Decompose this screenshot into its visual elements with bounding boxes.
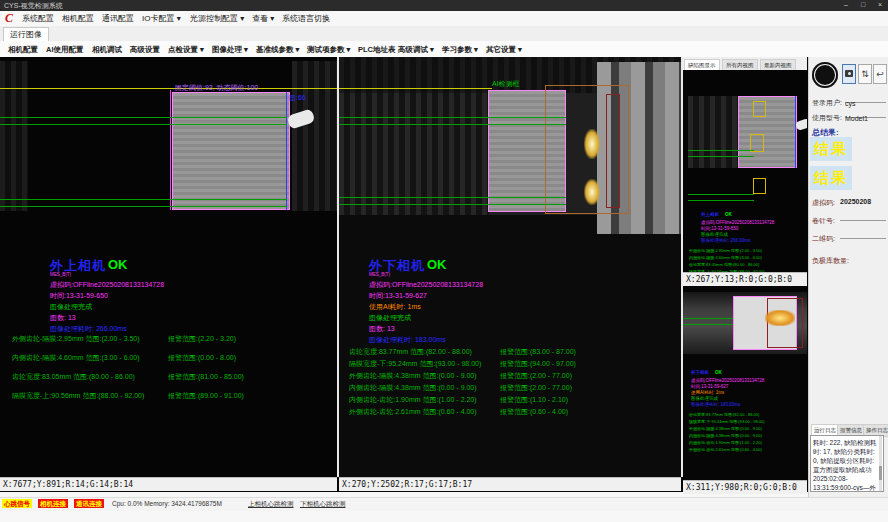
- tool-spotcheck-set[interactable]: 点检设置 ▾: [168, 44, 204, 55]
- model-value: Model1: [845, 115, 868, 122]
- tool-baseline-params[interactable]: 基准线参数 ▾: [256, 44, 299, 55]
- menu-light-config[interactable]: 光源控制配置 ▾: [190, 12, 244, 25]
- log-scrollbar[interactable]: [879, 436, 882, 491]
- pin-number-field[interactable]: [840, 210, 886, 221]
- ai-time-text: 使用AI耗时: 1ms: [369, 302, 421, 311]
- measurement-row: 外侧齿轮-隔膜:4.38mm 范围:(0.00 - 9.00): [349, 371, 477, 381]
- mini-result-ok: OK: [725, 212, 732, 218]
- mini-measurement: 内侧齿轮-隔膜:4.60mm 范围:(3.00 - 6.00): [689, 255, 762, 261]
- model-field[interactable]: Model1: [845, 107, 886, 118]
- pause-button[interactable]: [812, 62, 838, 88]
- log-text-box[interactable]: 耗时: 222, 缺陷检测耗时: 17, 缺陷分类耗时: 0, 缺陷提取分区耗时…: [810, 435, 884, 492]
- menu-io-config[interactable]: IO卡配置 ▾: [142, 12, 181, 25]
- measurement-row: 外侧齿轮-齿轮:2.61mm 范围:(0.60 - 4.00): [349, 407, 477, 417]
- mini-measurement: 隔膜宽度-下:95.24mm 范围:(93.00 - 98.00): [689, 419, 765, 425]
- mini-camera-name: 外下相机: [691, 370, 709, 376]
- mini-measurement: 外侧齿轮-隔膜:4.38mm 范围:(0.00 - 9.00): [689, 426, 762, 432]
- lower-camera-heartbeat-link[interactable]: 下相机心跳检测: [300, 499, 346, 509]
- alarm-range: 报警范围:(0.00 - 8.00): [168, 353, 236, 363]
- measurement-row: 内侧齿轮-隔膜:4.60mm 范围:(3.00 - 6.00): [12, 353, 140, 363]
- mini-measurement: 外侧齿轮-隔膜:2.95mm 范围:(2.00 - 3.50): [689, 248, 762, 254]
- cpu-memory-text: Cpu: 0.0% Memory: 3424.41796875M: [112, 499, 222, 509]
- measurement-row: 隔膜宽度-下:95.24mm 范围:(93.00 - 98.00): [349, 359, 481, 369]
- measure-line-green: [688, 150, 754, 151]
- weld-glow: [765, 310, 795, 326]
- alarm-range: 报警范围:(94.00 - 97.00): [500, 359, 576, 369]
- return-button[interactable]: ↩: [873, 64, 887, 84]
- tool-advanced-debug[interactable]: 高级调试 ▾: [398, 44, 434, 55]
- measurement-row: 内侧齿轮-齿轮:1.90mm 范围:(1.00 - 2.20): [349, 395, 477, 405]
- result-ok: OK: [427, 257, 447, 272]
- tool-test-params[interactable]: 测试项参数 ▾: [307, 44, 350, 55]
- camera-select-button[interactable]: [842, 64, 856, 84]
- process-done-text: 图像处理完成: [369, 313, 411, 322]
- measurement-row: 齿轮宽度:83.05mm 范围:(80.00 - 86.00): [12, 372, 135, 382]
- tab-run-image[interactable]: 运行图像: [3, 27, 49, 42]
- login-user-label: 登录用户:: [812, 98, 842, 108]
- measure-line-green: [339, 124, 566, 125]
- measure-line-green: [0, 117, 287, 118]
- tool-other-settings[interactable]: 其它设置 ▾: [486, 44, 522, 55]
- up-down-arrows-icon: ⇅: [861, 69, 869, 79]
- menu-comm-config[interactable]: 通讯配置: [102, 12, 134, 25]
- measure-line-green: [339, 197, 566, 198]
- left-camera-view[interactable]: 固定阈值:93, 动态阈值:100 图:66 外上相机 OK MES_B(T) …: [0, 57, 337, 477]
- tool-camera-config[interactable]: 相机配置: [8, 44, 38, 55]
- tool-camera-debug[interactable]: 相机调试: [92, 44, 122, 55]
- measure-line-green: [683, 318, 733, 319]
- frame-count-text: 图数: 13: [50, 313, 76, 322]
- maximize-button[interactable]: □: [855, 0, 871, 11]
- menu-language-switch[interactable]: 系统语言切换: [282, 12, 330, 25]
- title-bar: CYS-视觉检测系统: [0, 0, 888, 11]
- thumb-bottom-coord-bar: X:311;Y:980;R:0;G:0;B:0: [683, 480, 807, 494]
- elapsed-text: 图像处理耗时: 183.00ms: [369, 335, 446, 344]
- swap-view-button[interactable]: ⇅: [858, 64, 872, 84]
- edge-line-blue: [286, 92, 287, 210]
- log-scrollbar-thumb[interactable]: [879, 466, 882, 480]
- thumb-bottom-view[interactable]: 外下相机 OK 虚拟码:OFFline20250208133134728 时间:…: [683, 286, 807, 480]
- menu-system-config[interactable]: 系统配置: [22, 12, 54, 25]
- menu-camera-config[interactable]: 相机配置: [62, 12, 94, 25]
- barcode-text: 虚拟码:OFFline20250208133134728: [369, 280, 483, 289]
- heartbeat-badge: 心跳信号: [2, 499, 32, 508]
- login-user-field[interactable]: cys: [845, 92, 886, 103]
- result-ok: OK: [108, 257, 128, 272]
- alarm-range: 报警范围:(2.00 - 77.00): [500, 371, 572, 381]
- threshold-overlay: 固定阈值:93, 动态阈值:100: [175, 83, 258, 93]
- pin-number-label: 卷针号:: [812, 216, 835, 226]
- middle-coord-bar: X:270;Y:2502;R:17;G:17;B:17: [339, 477, 681, 491]
- measure-line-green: [688, 200, 754, 201]
- ai-label: AI检测框: [492, 79, 520, 89]
- measurement-row: 齿轮宽度:83.77mm 范围:(82.00 - 88.00): [349, 347, 472, 357]
- upper-camera-heartbeat-link[interactable]: 上相机心跳检测: [248, 499, 294, 509]
- measure-line-green: [688, 156, 754, 157]
- close-button[interactable]: ×: [872, 0, 888, 11]
- thumb-top-view[interactable]: 外上相机 OK 虚拟码:OFFline20250208133134728 时间:…: [683, 70, 807, 272]
- alarm-range: 报警范围:(1.10 - 2.10): [500, 395, 568, 405]
- time-text: 时间:13-31-59-627: [369, 291, 427, 300]
- tool-advanced-set[interactable]: 高级设置: [130, 44, 160, 55]
- middle-camera-view[interactable]: AI检测框 外下相机 OK MES_B(T) 虚拟码:OFFline202502…: [339, 57, 681, 477]
- minimize-button[interactable]: –: [838, 0, 854, 11]
- mini-measurement: 齿轮宽度:83.05mm 范围:(80.00 - 86.00): [689, 262, 759, 268]
- app-logo-icon: C: [5, 11, 13, 26]
- tool-learn-params[interactable]: 学习参数 ▾: [442, 44, 478, 55]
- measurement-row: 隔膜宽度-上:90.56mm 范围:(88.00 - 92.00): [12, 391, 144, 401]
- machine-texture: [0, 61, 28, 211]
- tool-plc-table[interactable]: PLC地址表: [358, 44, 396, 55]
- reference-line-yellow: [0, 88, 337, 89]
- tool-image-process[interactable]: 图像处理 ▾: [212, 44, 248, 55]
- menu-view[interactable]: 查看 ▾: [252, 12, 274, 25]
- edge-line-blue: [795, 96, 796, 168]
- machine-texture: [688, 96, 738, 168]
- measurement-row: 外侧齿轮-隔膜:2.95mm 范围:(2.00 - 3.50): [12, 334, 140, 344]
- qr-code-field[interactable]: [840, 228, 886, 239]
- mini-elapsed: 图像处理耗时: 183.00ms: [691, 402, 740, 408]
- tool-ai-config[interactable]: AI使用配置: [46, 44, 84, 55]
- measure-line-green: [339, 117, 566, 118]
- measure-line-green: [0, 206, 287, 207]
- battery-cell-image: [738, 96, 797, 168]
- frame-count-text: 图数: 13: [369, 324, 395, 333]
- alarm-range: 报警范围:(0.60 - 4.00): [500, 407, 568, 417]
- edge-line-magenta: [170, 90, 171, 210]
